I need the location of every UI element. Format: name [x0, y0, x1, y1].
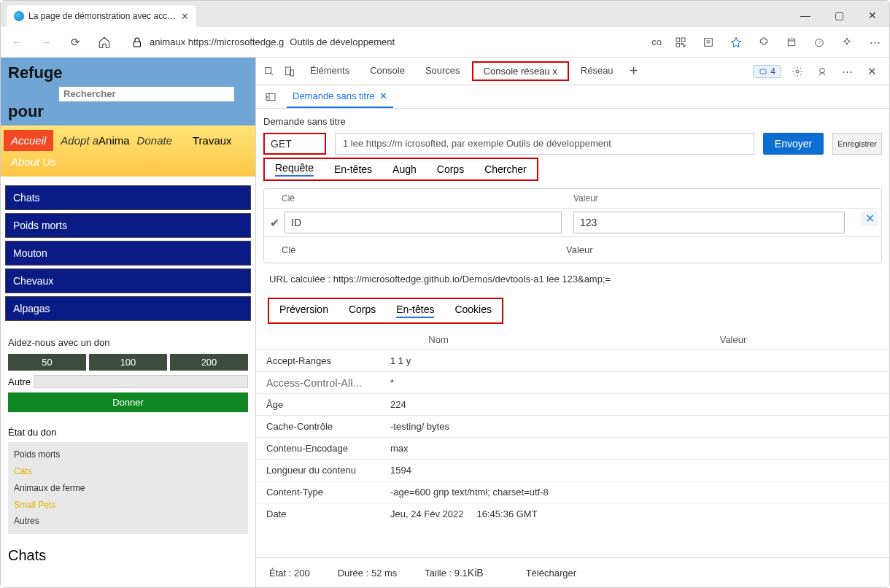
status-row: Small Pets: [14, 497, 242, 514]
devtools-subtabs: Demande sans titre ✕: [256, 85, 889, 109]
computed-url: URL calculée : https://microsoftedge.git…: [263, 263, 882, 298]
performance-icon[interactable]: [810, 34, 828, 51]
home-button[interactable]: [94, 32, 115, 53]
row-checkbox[interactable]: ✔: [267, 216, 282, 230]
devtools-more-icon[interactable]: ⋯: [838, 63, 856, 80]
page-nav: Accueil Adopt a Anima Donate Travaux Abo…: [1, 125, 255, 177]
browser-tab[interactable]: La page de démonstration avec accessibil…: [7, 5, 196, 27]
tab-network-console[interactable]: Console réseau x: [472, 61, 569, 81]
download-link[interactable]: Télécharger: [526, 568, 576, 579]
device-icon[interactable]: [281, 63, 298, 80]
response-statusbar: État : 200 Durée : 52 ms Taille : 9.1KiB…: [256, 557, 889, 587]
header-name: Accept-Ranges: [266, 355, 390, 366]
toggle-sidebar-icon[interactable]: [262, 88, 279, 106]
inspect-icon[interactable]: [260, 63, 278, 80]
co-badge: co: [651, 36, 662, 47]
add-tab-icon[interactable]: +: [625, 63, 643, 80]
reqtab-body[interactable]: Corps: [437, 163, 464, 175]
nav-about[interactable]: About Us: [4, 151, 252, 172]
save-button[interactable]: Enregistrer: [832, 133, 882, 155]
extensions-icon[interactable]: [755, 34, 773, 51]
tab-sources[interactable]: Sources: [417, 58, 469, 85]
reader-icon[interactable]: [700, 34, 717, 51]
cat-poids[interactable]: Poids morts: [5, 213, 251, 238]
address-bar[interactable]: animaux https://microsoftedge.g Outils d…: [123, 31, 576, 53]
col-val: Valeur: [573, 193, 598, 204]
tab-close-icon[interactable]: ✕: [181, 11, 189, 22]
back-button[interactable]: ←: [7, 32, 27, 53]
amt-50[interactable]: 50: [8, 354, 86, 371]
amt-100[interactable]: 100: [89, 354, 167, 371]
give-button[interactable]: Donner: [8, 392, 248, 412]
svg-point-17: [796, 70, 799, 73]
close-window-button[interactable]: ✕: [856, 4, 889, 27]
tab-console[interactable]: Console: [361, 58, 414, 85]
nav-travaux[interactable]: Travaux: [185, 130, 239, 151]
url-input[interactable]: 1 lee https://m icrosofted, par exemple …: [335, 133, 754, 155]
tab-elements[interactable]: Éléments: [301, 58, 358, 85]
reqtab-auth[interactable]: Augh: [392, 163, 417, 175]
qr-icon[interactable]: [672, 34, 689, 51]
subtab-request[interactable]: Demande sans titre ✕: [287, 85, 393, 108]
send-button[interactable]: Envoyer: [763, 133, 824, 155]
header-val: 1 1 y: [390, 355, 889, 366]
more-icon[interactable]: ⋯: [866, 34, 883, 51]
svg-rect-6: [705, 38, 713, 46]
value-placeholder[interactable]: Valeur: [566, 244, 593, 255]
collections-icon[interactable]: [783, 34, 800, 51]
favorite-icon[interactable]: [727, 34, 745, 51]
cat-alpagas[interactable]: Alpagas: [5, 296, 251, 321]
status-duration: Durée : 52 ms: [338, 568, 398, 579]
address-text-1: animaux https://microsoftedge.g: [150, 36, 284, 47]
sparkle-icon[interactable]: [838, 34, 856, 51]
refresh-button[interactable]: ⟳: [65, 32, 85, 53]
cat-chevaux[interactable]: Chevaux: [5, 268, 251, 293]
cat-mouton[interactable]: Mouton: [5, 241, 251, 266]
minimize-button[interactable]: —: [789, 4, 822, 27]
tab-network[interactable]: Réseau: [572, 58, 622, 85]
feedback-icon[interactable]: [813, 63, 831, 80]
svg-rect-4: [681, 43, 683, 45]
header-name: Access-Control-All...: [266, 377, 390, 389]
issues-badge[interactable]: 4: [753, 65, 781, 78]
devtools-close-icon[interactable]: ✕: [863, 63, 881, 80]
cat-chats[interactable]: Chats: [5, 185, 251, 210]
category-list: Chats Poids morts Mouton Chevaux Alpagas: [1, 177, 255, 333]
resp-body[interactable]: Corps: [349, 303, 376, 318]
key-placeholder[interactable]: Clé: [282, 244, 566, 255]
method-select[interactable]: GET: [263, 133, 326, 155]
svg-rect-0: [134, 42, 141, 47]
maximize-button[interactable]: ▢: [822, 4, 856, 27]
status-row: Cats: [14, 463, 242, 480]
value-input[interactable]: [573, 212, 845, 233]
demo-page: Refuge Rechercher pour Accueil Adopt a A…: [1, 58, 256, 587]
edge-favicon: [14, 11, 24, 21]
header-name: Content-Type: [266, 487, 390, 498]
status-size: Taille : 9.1KiB: [425, 567, 483, 579]
header-val: *: [390, 377, 889, 388]
resp-preview[interactable]: Préversion: [279, 303, 328, 318]
nav-accueil[interactable]: Accueil: [4, 130, 53, 151]
lock-icon: [131, 36, 144, 49]
header-name: Contenu-Encodage: [266, 443, 390, 454]
reqtab-search[interactable]: Chercher: [484, 163, 527, 175]
reqtab-headers[interactable]: En-têtes: [334, 163, 372, 175]
page-banner: Refuge Rechercher pour: [1, 58, 255, 125]
reqtab-query[interactable]: Requête: [275, 162, 314, 177]
settings-icon[interactable]: [789, 63, 806, 80]
status-row: Autres: [14, 513, 242, 530]
other-input[interactable]: [34, 375, 248, 388]
header-val: -testing/ bytes: [390, 421, 889, 432]
donate-section: Aidez-nous avec un don 50 100 200 Autre …: [1, 333, 255, 422]
close-subtab-icon[interactable]: ✕: [379, 90, 387, 101]
amt-200[interactable]: 200: [170, 354, 248, 371]
resp-cookies[interactable]: Cookies: [454, 303, 492, 318]
forward-button[interactable]: →: [36, 32, 56, 53]
delete-row-icon[interactable]: ✕: [861, 212, 878, 225]
search-input[interactable]: Rechercher: [59, 87, 234, 101]
other-label: Autre: [8, 376, 31, 387]
resp-headers[interactable]: En-têtes: [396, 303, 434, 318]
key-input[interactable]: [285, 212, 562, 233]
hcol-name: Nom: [300, 334, 577, 345]
nav-donate[interactable]: Donate: [130, 130, 179, 151]
